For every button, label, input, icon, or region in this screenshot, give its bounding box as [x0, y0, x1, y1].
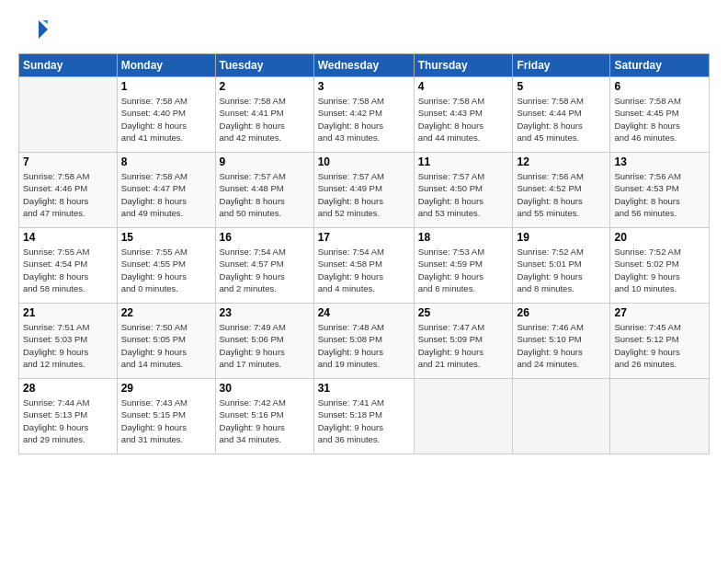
day-info: Sunrise: 7:54 AMSunset: 4:58 PMDaylight:…: [318, 246, 410, 294]
calendar-cell: 2Sunrise: 7:58 AMSunset: 4:41 PMDaylight…: [215, 77, 313, 153]
calendar-cell: 28Sunrise: 7:44 AMSunset: 5:13 PMDayligh…: [19, 379, 118, 454]
calendar-cell: 12Sunrise: 7:56 AMSunset: 4:52 PMDayligh…: [513, 153, 610, 228]
day-number: 20: [614, 231, 705, 244]
calendar-cell: 21Sunrise: 7:51 AMSunset: 5:03 PMDayligh…: [19, 304, 118, 379]
day-number: 28: [23, 382, 113, 395]
day-number: 14: [23, 231, 113, 244]
day-info: Sunrise: 7:58 AMSunset: 4:45 PMDaylight:…: [614, 95, 705, 144]
calendar-week-4: 21Sunrise: 7:51 AMSunset: 5:03 PMDayligh…: [19, 304, 710, 379]
day-info: Sunrise: 7:58 AMSunset: 4:40 PMDaylight:…: [121, 95, 211, 144]
calendar-cell: 24Sunrise: 7:48 AMSunset: 5:08 PMDayligh…: [313, 304, 414, 379]
day-number: 19: [517, 231, 606, 244]
day-number: 21: [23, 306, 113, 319]
calendar-cell: 30Sunrise: 7:42 AMSunset: 5:16 PMDayligh…: [215, 379, 313, 454]
calendar-cell: 11Sunrise: 7:57 AMSunset: 4:50 PMDayligh…: [414, 153, 513, 228]
day-info: Sunrise: 7:41 AMSunset: 5:18 PMDaylight:…: [318, 396, 410, 445]
day-number: 18: [418, 231, 509, 244]
day-info: Sunrise: 7:58 AMSunset: 4:44 PMDaylight:…: [517, 95, 606, 144]
day-info: Sunrise: 7:55 AMSunset: 4:54 PMDaylight:…: [23, 246, 113, 294]
calendar-week-1: 1Sunrise: 7:58 AMSunset: 4:40 PMDaylight…: [19, 77, 710, 153]
calendar-cell: [19, 77, 118, 153]
day-info: Sunrise: 7:57 AMSunset: 4:50 PMDaylight:…: [418, 170, 509, 219]
calendar-cell: 10Sunrise: 7:57 AMSunset: 4:49 PMDayligh…: [313, 153, 414, 228]
calendar-cell: 29Sunrise: 7:43 AMSunset: 5:15 PMDayligh…: [117, 379, 215, 454]
calendar-cell: 20Sunrise: 7:52 AMSunset: 5:02 PMDayligh…: [610, 228, 710, 304]
weekday-header-thursday: Thursday: [414, 54, 513, 77]
day-number: 7: [23, 155, 113, 168]
day-number: 25: [418, 306, 509, 319]
day-info: Sunrise: 7:44 AMSunset: 5:13 PMDaylight:…: [23, 396, 113, 445]
calendar-cell: 18Sunrise: 7:53 AMSunset: 4:59 PMDayligh…: [414, 228, 513, 304]
day-number: 15: [121, 231, 211, 244]
calendar-table: SundayMondayTuesdayWednesdayThursdayFrid…: [18, 53, 710, 454]
day-number: 17: [318, 231, 410, 244]
weekday-header-friday: Friday: [513, 54, 610, 77]
calendar-cell: 9Sunrise: 7:57 AMSunset: 4:48 PMDaylight…: [215, 153, 313, 228]
day-info: Sunrise: 7:50 AMSunset: 5:05 PMDaylight:…: [121, 321, 211, 370]
calendar-header: SundayMondayTuesdayWednesdayThursdayFrid…: [19, 54, 710, 77]
day-info: Sunrise: 7:58 AMSunset: 4:43 PMDaylight:…: [418, 95, 509, 144]
calendar-cell: 5Sunrise: 7:58 AMSunset: 4:44 PMDaylight…: [513, 77, 610, 153]
day-info: Sunrise: 7:46 AMSunset: 5:10 PMDaylight:…: [517, 321, 606, 370]
day-number: 1: [121, 80, 211, 93]
day-number: 29: [121, 382, 211, 395]
calendar-cell: 7Sunrise: 7:58 AMSunset: 4:46 PMDaylight…: [19, 153, 118, 228]
weekday-header-tuesday: Tuesday: [215, 54, 313, 77]
day-info: Sunrise: 7:49 AMSunset: 5:06 PMDaylight:…: [220, 321, 310, 370]
calendar-body: 1Sunrise: 7:58 AMSunset: 4:40 PMDaylight…: [19, 77, 710, 454]
day-info: Sunrise: 7:58 AMSunset: 4:46 PMDaylight:…: [23, 170, 113, 219]
day-info: Sunrise: 7:58 AMSunset: 4:47 PMDaylight:…: [121, 170, 211, 219]
day-number: 2: [220, 80, 310, 93]
day-number: 30: [220, 382, 310, 395]
calendar-week-3: 14Sunrise: 7:55 AMSunset: 4:54 PMDayligh…: [19, 228, 710, 304]
day-info: Sunrise: 7:45 AMSunset: 5:12 PMDaylight:…: [614, 321, 705, 370]
calendar-cell: [610, 379, 710, 454]
day-number: 10: [318, 155, 410, 168]
logo: [18, 15, 51, 44]
day-info: Sunrise: 7:52 AMSunset: 5:02 PMDaylight:…: [614, 246, 705, 294]
day-number: 8: [121, 155, 211, 168]
calendar-cell: 19Sunrise: 7:52 AMSunset: 5:01 PMDayligh…: [513, 228, 610, 304]
day-number: 11: [418, 155, 509, 168]
calendar-cell: 8Sunrise: 7:58 AMSunset: 4:47 PMDaylight…: [117, 153, 215, 228]
day-info: Sunrise: 7:56 AMSunset: 4:53 PMDaylight:…: [614, 170, 705, 219]
day-number: 23: [220, 306, 310, 319]
day-number: 31: [318, 382, 410, 395]
day-info: Sunrise: 7:57 AMSunset: 4:48 PMDaylight:…: [220, 170, 310, 219]
calendar-cell: 27Sunrise: 7:45 AMSunset: 5:12 PMDayligh…: [610, 304, 710, 379]
header: [18, 15, 710, 44]
day-number: 9: [220, 155, 310, 168]
day-number: 12: [517, 155, 606, 168]
day-info: Sunrise: 7:58 AMSunset: 4:42 PMDaylight:…: [318, 95, 410, 144]
calendar-cell: 31Sunrise: 7:41 AMSunset: 5:18 PMDayligh…: [313, 379, 414, 454]
calendar-cell: 26Sunrise: 7:46 AMSunset: 5:10 PMDayligh…: [513, 304, 610, 379]
svg-marker-1: [42, 20, 48, 24]
day-number: 13: [614, 155, 705, 168]
day-number: 27: [614, 306, 705, 319]
calendar-week-5: 28Sunrise: 7:44 AMSunset: 5:13 PMDayligh…: [19, 379, 710, 454]
day-info: Sunrise: 7:42 AMSunset: 5:16 PMDaylight:…: [220, 396, 310, 445]
day-number: 4: [418, 80, 509, 93]
calendar-cell: 17Sunrise: 7:54 AMSunset: 4:58 PMDayligh…: [313, 228, 414, 304]
weekday-header-monday: Monday: [117, 54, 215, 77]
calendar-week-2: 7Sunrise: 7:58 AMSunset: 4:46 PMDaylight…: [19, 153, 710, 228]
calendar-cell: 23Sunrise: 7:49 AMSunset: 5:06 PMDayligh…: [215, 304, 313, 379]
calendar-cell: 4Sunrise: 7:58 AMSunset: 4:43 PMDaylight…: [414, 77, 513, 153]
weekday-header-wednesday: Wednesday: [313, 54, 414, 77]
day-number: 6: [614, 80, 705, 93]
day-info: Sunrise: 7:55 AMSunset: 4:55 PMDaylight:…: [121, 246, 211, 294]
calendar-cell: 25Sunrise: 7:47 AMSunset: 5:09 PMDayligh…: [414, 304, 513, 379]
logo-icon: [18, 15, 48, 44]
day-number: 16: [220, 231, 310, 244]
day-number: 24: [318, 306, 410, 319]
day-number: 22: [121, 306, 211, 319]
calendar-cell: 14Sunrise: 7:55 AMSunset: 4:54 PMDayligh…: [19, 228, 118, 304]
day-info: Sunrise: 7:57 AMSunset: 4:49 PMDaylight:…: [318, 170, 410, 219]
calendar-cell: 13Sunrise: 7:56 AMSunset: 4:53 PMDayligh…: [610, 153, 710, 228]
calendar-cell: 22Sunrise: 7:50 AMSunset: 5:05 PMDayligh…: [117, 304, 215, 379]
day-info: Sunrise: 7:54 AMSunset: 4:57 PMDaylight:…: [220, 246, 310, 294]
weekday-header-sunday: Sunday: [19, 54, 118, 77]
calendar-cell: 6Sunrise: 7:58 AMSunset: 4:45 PMDaylight…: [610, 77, 710, 153]
day-info: Sunrise: 7:53 AMSunset: 4:59 PMDaylight:…: [418, 246, 509, 294]
day-info: Sunrise: 7:56 AMSunset: 4:52 PMDaylight:…: [517, 170, 606, 219]
